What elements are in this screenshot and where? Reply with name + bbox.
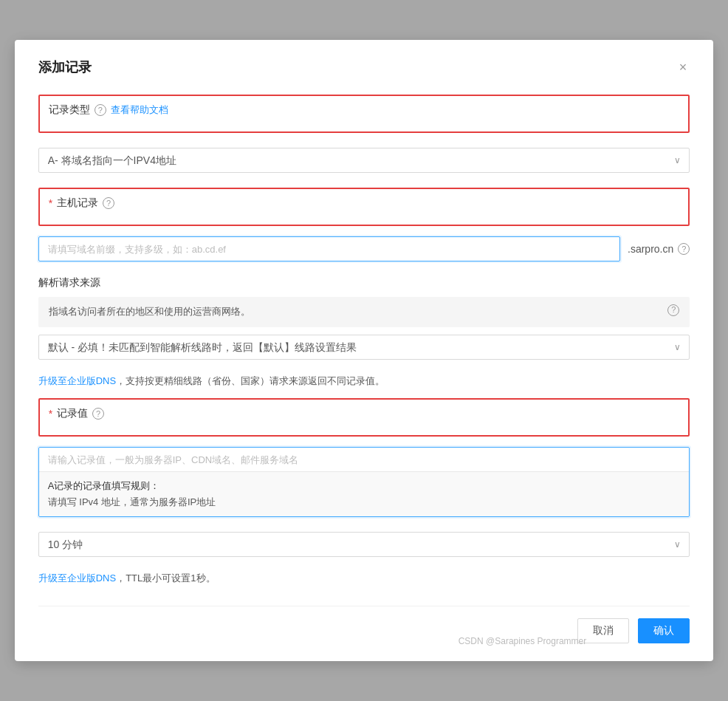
record-value-input-section: A记录的记录值填写规则： 请填写 IPv4 地址，通常为服务器IP地址 bbox=[38, 447, 690, 517]
resolution-label-row: 解析请求来源 bbox=[38, 276, 690, 290]
record-type-help-icon[interactable]: ? bbox=[95, 104, 106, 116]
ttl-upgrade-link[interactable]: 升级至企业版DNS bbox=[38, 572, 116, 584]
resolution-source-section: 解析请求来源 指域名访问者所在的地区和使用的运营商网络。 ? 默认 - 必填！未… bbox=[38, 276, 690, 360]
record-type-label-row: 记录类型 ? 查看帮助文档 bbox=[49, 103, 680, 117]
ttl-select-wrapper: 10 分钟30 分钟1 小时12 小时1 天 ∨ bbox=[38, 532, 690, 557]
resolution-label: 解析请求来源 bbox=[38, 276, 100, 290]
host-record-input-section: .sarpro.cn ? bbox=[38, 236, 690, 261]
resolution-info-help-icon[interactable]: ? bbox=[667, 304, 679, 316]
dialog-footer: CSDN @Sarapines Programmer 取消 确认 bbox=[38, 606, 690, 643]
record-hint-title: A记录的记录值填写规则： bbox=[48, 478, 681, 494]
host-suffix-help-icon[interactable]: ? bbox=[678, 243, 690, 255]
record-value-label-row: * 记录值 ? bbox=[49, 407, 680, 420]
record-value-hint: A记录的记录值填写规则： 请填写 IPv4 地址，通常为服务器IP地址 bbox=[39, 471, 690, 516]
record-value-label: 记录值 bbox=[57, 407, 88, 420]
dialog-header: 添加记录 × bbox=[38, 58, 690, 77]
resolution-select-wrapper: 默认 - 必填！未匹配到智能解析线路时，返回【默认】线路设置结果 ∨ bbox=[38, 335, 690, 360]
help-docs-link[interactable]: 查看帮助文档 bbox=[111, 103, 168, 117]
record-value-help-icon[interactable]: ? bbox=[92, 408, 104, 420]
add-record-dialog: 添加记录 × 记录类型 ? 查看帮助文档 A- 将域名指向一个IPV4地址AAA… bbox=[15, 40, 714, 661]
resolution-info-text: 指域名访问者所在的地区和使用的运营商网络。 bbox=[49, 304, 250, 320]
record-type-label: 记录类型 bbox=[49, 103, 90, 117]
record-value-section: * 记录值 ? bbox=[38, 398, 690, 437]
host-record-section: * 主机记录 ? bbox=[38, 188, 690, 226]
dialog-title: 添加记录 bbox=[38, 58, 92, 76]
host-record-suffix: .sarpro.cn ? bbox=[628, 243, 690, 255]
record-value-input[interactable] bbox=[39, 448, 690, 471]
host-record-label-row: * 主机记录 ? bbox=[49, 196, 680, 210]
record-type-select-wrapper: A- 将域名指向一个IPV4地址AAAACNAMEMXTXTNSSRV ∨ bbox=[38, 148, 690, 173]
resolution-info-box: 指域名访问者所在的地区和使用的运营商网络。 ? bbox=[38, 297, 690, 327]
host-record-required: * bbox=[49, 197, 52, 209]
resolution-upgrade-note: 升级至企业版DNS，支持按更精细线路（省份、国家）请求来源返回不同记录值。 bbox=[38, 375, 690, 388]
host-record-help-icon[interactable]: ? bbox=[103, 197, 114, 209]
record-type-dropdown-section: A- 将域名指向一个IPV4地址AAAACNAMEMXTXTNSSRV ∨ bbox=[38, 148, 690, 173]
record-value-required: * bbox=[49, 408, 52, 420]
close-button[interactable]: × bbox=[676, 58, 690, 77]
watermark: CSDN @Sarapines Programmer bbox=[459, 636, 587, 646]
record-value-input-area: A记录的记录值填写规则： 请填写 IPv4 地址，通常为服务器IP地址 bbox=[38, 447, 690, 517]
host-record-input[interactable] bbox=[38, 236, 620, 261]
ttl-section: 10 分钟30 分钟1 小时12 小时1 天 ∨ bbox=[38, 532, 690, 557]
resolution-source-select[interactable]: 默认 - 必填！未匹配到智能解析线路时，返回【默认】线路设置结果 bbox=[38, 335, 690, 360]
host-record-label: 主机记录 bbox=[57, 196, 98, 210]
resolution-upgrade-link[interactable]: 升级至企业版DNS bbox=[38, 375, 116, 386]
confirm-button[interactable]: 确认 bbox=[638, 618, 690, 643]
record-hint-body: 请填写 IPv4 地址，通常为服务器IP地址 bbox=[48, 494, 681, 510]
ttl-upgrade-note: 升级至企业版DNS，TTL最小可设置1秒。 bbox=[38, 572, 690, 585]
host-record-input-wrapper: .sarpro.cn ? bbox=[38, 236, 690, 261]
ttl-select[interactable]: 10 分钟30 分钟1 小时12 小时1 天 bbox=[38, 532, 690, 557]
record-type-select[interactable]: A- 将域名指向一个IPV4地址AAAACNAMEMXTXTNSSRV bbox=[38, 148, 690, 173]
record-type-section: 记录类型 ? 查看帮助文档 bbox=[38, 95, 690, 133]
